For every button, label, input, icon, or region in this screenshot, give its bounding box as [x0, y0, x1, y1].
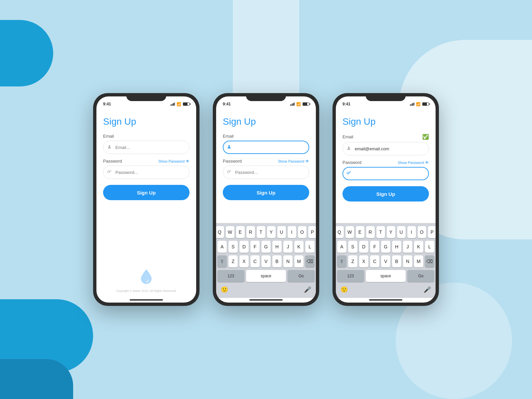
key-i-3[interactable]: I	[407, 226, 416, 238]
signup-button-3[interactable]: Sign Up	[342, 186, 429, 201]
key-h[interactable]: H	[272, 241, 282, 253]
key-j[interactable]: J	[283, 241, 293, 253]
status-icons-3: 📶	[410, 102, 429, 106]
svg-line-3	[111, 171, 111, 172]
emoji-icon-2[interactable]: 🙂	[218, 285, 231, 295]
key-q-3[interactable]: Q	[336, 226, 344, 238]
key-space-3[interactable]: space	[366, 270, 406, 282]
key-f-3[interactable]: F	[370, 241, 379, 253]
key-o-3[interactable]: O	[418, 226, 426, 238]
key-x[interactable]: X	[239, 255, 249, 267]
email-input-wrapper-3[interactable]	[342, 142, 429, 155]
key-e[interactable]: E	[236, 226, 245, 238]
key-m[interactable]: M	[294, 255, 304, 267]
status-time-2: 9:41	[223, 102, 231, 106]
show-password-link-2[interactable]: Show Password 👁	[278, 159, 309, 164]
key-k[interactable]: K	[294, 241, 304, 253]
key-n[interactable]: N	[283, 255, 293, 267]
key-shift-3[interactable]: ⇧	[337, 255, 346, 267]
key-z[interactable]: Z	[228, 255, 238, 267]
password-input-2[interactable]	[223, 166, 309, 179]
signal-bars-3	[410, 102, 414, 106]
key-d[interactable]: D	[239, 241, 249, 253]
svg-point-4	[228, 145, 230, 147]
key-go-3[interactable]: Go	[407, 270, 434, 282]
key-a-3[interactable]: A	[337, 241, 346, 253]
signup-button-1[interactable]: Sign Up	[103, 185, 190, 200]
email-input-wrapper-2[interactable]	[223, 141, 309, 154]
emoji-icon-3[interactable]: 🙂	[338, 285, 350, 295]
key-u-3[interactable]: U	[397, 226, 406, 238]
key-b[interactable]: B	[272, 255, 282, 267]
key-p-3[interactable]: P	[428, 226, 436, 238]
svg-point-8	[348, 147, 350, 148]
key-g[interactable]: G	[261, 241, 271, 253]
eye-icon-2: 👁	[305, 159, 309, 164]
key-n-3[interactable]: N	[403, 255, 412, 267]
password-label-row-1: Password Show Password 👁	[103, 159, 190, 164]
key-123[interactable]: 123	[217, 270, 244, 282]
key-l[interactable]: L	[305, 241, 315, 253]
key-f[interactable]: F	[250, 241, 260, 253]
key-space[interactable]: space	[246, 270, 286, 282]
show-password-link-3[interactable]: Show Password 👁	[398, 160, 429, 165]
keyboard-3: Q W E R T Y U I O P A S D F G H	[336, 223, 436, 298]
key-w-3[interactable]: W	[345, 226, 354, 238]
key-c[interactable]: C	[250, 255, 260, 267]
key-go[interactable]: Go	[288, 270, 315, 282]
key-e-3[interactable]: E	[356, 226, 364, 238]
email-label-2: Email	[223, 134, 234, 139]
key-p[interactable]: P	[308, 226, 316, 238]
key-t[interactable]: T	[257, 226, 265, 238]
password-input-3[interactable]	[342, 167, 429, 180]
signup-button-2[interactable]: Sign Up	[223, 185, 309, 200]
key-x-3[interactable]: X	[359, 255, 368, 267]
svg-point-9	[347, 172, 349, 174]
key-r-3[interactable]: R	[366, 226, 375, 238]
key-j-3[interactable]: J	[403, 241, 412, 253]
notch-1	[126, 93, 166, 101]
key-r[interactable]: R	[246, 226, 255, 238]
show-password-link-1[interactable]: Show Password 👁	[158, 159, 190, 164]
email-input-1[interactable]	[103, 141, 190, 154]
mic-icon-2[interactable]: 🎤	[301, 285, 314, 295]
key-s[interactable]: S	[228, 241, 238, 253]
key-c-3[interactable]: C	[370, 255, 379, 267]
key-t-3[interactable]: T	[376, 226, 385, 238]
email-input-wrapper-1[interactable]	[103, 141, 190, 154]
key-o[interactable]: O	[298, 226, 307, 238]
key-backspace-3[interactable]: ⌫	[425, 255, 434, 267]
key-w[interactable]: W	[226, 226, 234, 238]
status-time-1: 9:41	[103, 102, 111, 106]
key-shift[interactable]: ⇧	[217, 255, 227, 267]
email-label-row-2: Email	[223, 134, 309, 139]
email-input-2[interactable]	[223, 141, 309, 154]
key-k-3[interactable]: K	[414, 241, 423, 253]
key-d-3[interactable]: D	[359, 241, 368, 253]
email-input-3[interactable]	[342, 142, 429, 155]
key-z-3[interactable]: Z	[348, 255, 357, 267]
password-input-wrapper-1[interactable]	[103, 166, 190, 179]
status-time-3: 9:41	[342, 102, 350, 106]
password-input-wrapper-2[interactable]	[223, 166, 309, 179]
key-a[interactable]: A	[217, 241, 227, 253]
key-h-3[interactable]: H	[392, 241, 401, 253]
key-i[interactable]: I	[288, 226, 296, 238]
key-v[interactable]: V	[261, 255, 271, 267]
key-backspace[interactable]: ⌫	[305, 255, 315, 267]
password-input-1[interactable]	[103, 166, 190, 179]
key-q[interactable]: Q	[216, 226, 224, 238]
key-s-3[interactable]: S	[348, 241, 357, 253]
password-input-wrapper-3[interactable]	[342, 167, 429, 180]
key-y[interactable]: Y	[267, 226, 276, 238]
key-v-3[interactable]: V	[381, 255, 390, 267]
mic-icon-3[interactable]: 🎤	[421, 285, 434, 295]
key-g-3[interactable]: G	[381, 241, 390, 253]
key-123-3[interactable]: 123	[337, 270, 364, 282]
key-y-3[interactable]: Y	[387, 226, 395, 238]
keyboard-row-2-2: A S D F G H J K L	[217, 241, 315, 253]
key-l-3[interactable]: L	[425, 241, 434, 253]
key-m-3[interactable]: M	[414, 255, 423, 267]
key-u[interactable]: U	[277, 226, 286, 238]
key-b-3[interactable]: B	[392, 255, 401, 267]
